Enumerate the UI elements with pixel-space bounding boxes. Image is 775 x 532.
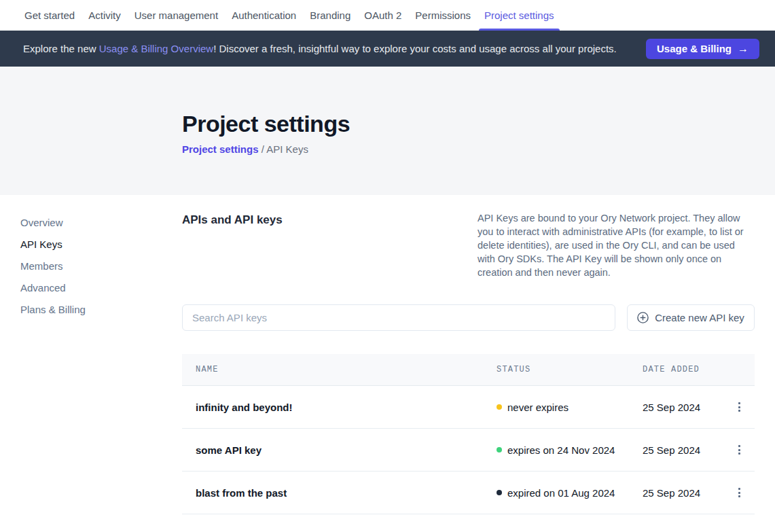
breadcrumb: Project settings / API Keys — [182, 143, 775, 155]
api-key-name: infinity and beyond! — [182, 402, 497, 413]
banner-message: Explore the new Usage & Billing Overview… — [23, 43, 617, 54]
api-key-date-added: 25 Sep 2024 — [643, 487, 724, 499]
api-key-status: expires on 24 Nov 2024 — [497, 444, 643, 456]
column-header-name: NAME — [182, 365, 497, 374]
plus-circle-icon — [637, 312, 649, 323]
status-dot — [497, 447, 502, 453]
nav-tab-user-management[interactable]: User management — [129, 0, 223, 31]
nav-tab-project-settings[interactable]: Project settings — [479, 0, 560, 31]
usage-billing-button[interactable]: Usage & Billing → — [646, 39, 759, 59]
main-panel: APIs and API keys API Keys are bound to … — [182, 195, 755, 514]
top-navigation: Get started Activity User management Aut… — [0, 0, 775, 31]
announcement-banner: Explore the new Usage & Billing Overview… — [0, 31, 775, 67]
api-key-date-added: 25 Sep 2024 — [643, 402, 724, 413]
api-key-date-added: 25 Sep 2024 — [643, 444, 724, 456]
nav-tab-branding[interactable]: Branding — [304, 0, 356, 31]
status-dot — [497, 404, 502, 410]
sidebar-item-members[interactable]: Members — [20, 255, 86, 277]
page-title: Project settings — [182, 111, 775, 137]
sidebar-item-overview[interactable]: Overview — [20, 211, 86, 233]
nav-tab-activity[interactable]: Activity — [83, 0, 126, 31]
sidebar-item-advanced[interactable]: Advanced — [20, 277, 86, 298]
row-actions-kebab-icon[interactable] — [734, 398, 744, 416]
nav-tab-get-started[interactable]: Get started — [19, 0, 80, 31]
table-header-row: NAME STATUS DATE ADDED — [182, 354, 755, 386]
api-key-status: never expires — [497, 402, 643, 413]
sidebar-item-api-keys[interactable]: API Keys — [20, 233, 86, 255]
api-key-status: expired on 01 Aug 2024 — [497, 487, 643, 499]
content-area: Overview API Keys Members Advanced Plans… — [0, 195, 775, 532]
column-header-status: STATUS — [497, 365, 643, 374]
breadcrumb-separator: / — [259, 143, 267, 155]
nav-tab-authentication[interactable]: Authentication — [226, 0, 302, 31]
table-row: some API key expires on 24 Nov 2024 25 S… — [182, 429, 755, 472]
settings-sidebar: Overview API Keys Members Advanced Plans… — [20, 211, 86, 320]
nav-tab-permissions[interactable]: Permissions — [410, 0, 476, 31]
table-row: blast from the past expired on 01 Aug 20… — [182, 472, 755, 514]
api-keys-table: NAME STATUS DATE ADDED infinity and beyo… — [182, 354, 755, 514]
breadcrumb-project-settings-link[interactable]: Project settings — [182, 143, 259, 155]
usage-billing-overview-link[interactable]: Usage & Billing Overview — [99, 43, 213, 54]
column-header-date-added: DATE ADDED — [643, 365, 724, 374]
arrow-right-icon: → — [738, 43, 749, 55]
breadcrumb-current: API Keys — [266, 143, 308, 155]
row-actions-kebab-icon[interactable] — [734, 441, 744, 459]
search-input[interactable] — [182, 304, 615, 331]
create-api-key-button[interactable]: Create new API key — [627, 304, 755, 331]
api-key-name: blast from the past — [182, 487, 497, 499]
sidebar-item-plans-billing[interactable]: Plans & Billing — [20, 298, 86, 320]
status-dot — [497, 490, 502, 495]
section-description: API Keys are bound to your Ory Network p… — [477, 211, 755, 279]
row-actions-kebab-icon[interactable] — [734, 484, 744, 501]
section-title: APIs and API keys — [182, 211, 283, 279]
api-key-name: some API key — [182, 444, 497, 456]
page-header: Project settings Project settings / API … — [0, 67, 775, 195]
nav-tab-oauth2[interactable]: OAuth 2 — [359, 0, 407, 31]
table-row: infinity and beyond! never expires 25 Se… — [182, 386, 755, 429]
